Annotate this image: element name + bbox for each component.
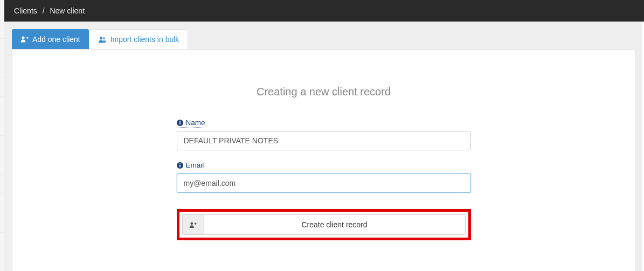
- email-field[interactable]: [177, 173, 471, 193]
- highlight-box: Create client record: [177, 209, 471, 240]
- email-label[interactable]: Email: [177, 161, 204, 170]
- tab-import-bulk-label: Import clients in bulk: [110, 35, 179, 44]
- svg-rect-2: [27, 37, 27, 39]
- svg-rect-13: [195, 223, 196, 225]
- left-gutter: [0, 0, 4, 271]
- svg-point-9: [179, 163, 181, 164]
- user-plus-icon: [183, 215, 204, 234]
- main-panel: Creating a new client record Name: [12, 50, 635, 271]
- breadcrumb-current: New client: [50, 6, 85, 15]
- svg-point-11: [190, 222, 193, 225]
- tab-add-one-label: Add one client: [32, 35, 80, 44]
- tab-import-bulk[interactable]: Import clients in bulk: [89, 29, 189, 49]
- page-title: Creating a new client record: [12, 86, 635, 98]
- tabs: Add one client Import clients in bulk: [12, 29, 188, 49]
- breadcrumb-root[interactable]: Clients: [14, 6, 37, 15]
- svg-rect-10: [179, 165, 181, 167]
- breadcrumb: Clients / New client: [14, 6, 85, 15]
- create-client-button[interactable]: Create client record: [182, 214, 466, 235]
- name-group: Name: [177, 119, 471, 150]
- email-group: Email: [177, 161, 471, 193]
- top-bar: Clients / New client: [4, 0, 644, 22]
- name-label[interactable]: Name: [177, 119, 205, 128]
- email-label-text: Email: [186, 161, 204, 169]
- name-label-text: Name: [186, 119, 205, 127]
- svg-point-0: [22, 36, 24, 39]
- svg-point-4: [103, 37, 105, 39]
- content-area: Add one client Import clients in bulk Cr…: [4, 22, 642, 271]
- user-plus-icon: [20, 36, 29, 43]
- svg-rect-7: [179, 122, 181, 124]
- tab-add-one-client[interactable]: Add one client: [12, 29, 89, 49]
- breadcrumb-separator: /: [43, 6, 45, 15]
- create-client-button-label: Create client record: [204, 215, 465, 234]
- svg-point-6: [179, 121, 181, 122]
- info-icon: [177, 162, 183, 169]
- name-field[interactable]: [177, 131, 471, 150]
- form-wrap: Name Email: [177, 119, 471, 240]
- svg-point-3: [100, 37, 102, 39]
- info-icon: [177, 120, 183, 126]
- users-icon: [98, 36, 107, 43]
